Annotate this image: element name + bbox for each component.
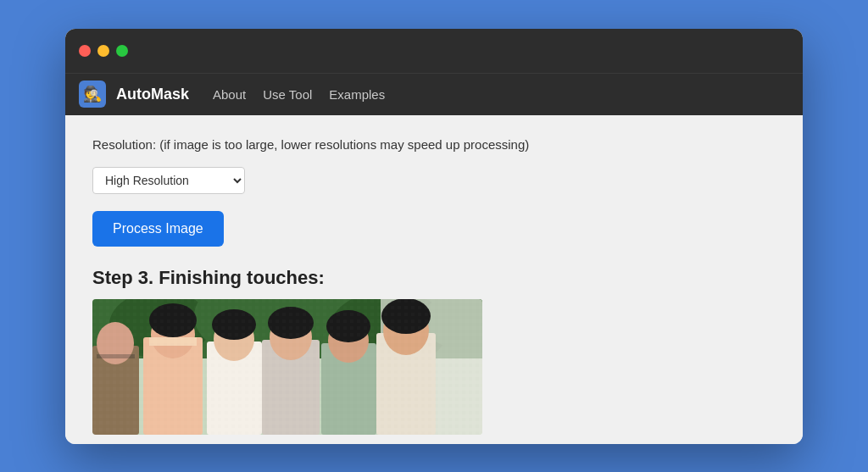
- step3-heading: Step 3. Finishing touches:: [92, 267, 776, 289]
- content-area: Resolution: (if image is too large, lowe…: [65, 115, 803, 444]
- resolution-select[interactable]: High Resolution Medium Resolution Low Re…: [92, 167, 245, 194]
- step3-section: Step 3. Finishing touches:: [92, 267, 776, 435]
- app-title: AutoMask: [116, 86, 189, 103]
- nav-link-use-tool[interactable]: Use Tool: [263, 87, 312, 102]
- minimize-button[interactable]: [97, 45, 109, 57]
- resolution-label: Resolution: (if image is too large, lowe…: [92, 136, 776, 153]
- close-button[interactable]: [79, 45, 91, 57]
- image-preview: [92, 299, 482, 435]
- window-controls: [79, 45, 128, 57]
- svg-rect-26: [92, 299, 482, 435]
- nav-link-about[interactable]: About: [213, 87, 246, 102]
- nav-link-examples[interactable]: Examples: [329, 87, 385, 102]
- resolution-select-wrapper: High Resolution Medium Resolution Low Re…: [92, 167, 776, 194]
- process-image-button[interactable]: Process Image: [92, 211, 224, 247]
- title-bar: [65, 29, 803, 73]
- browser-window: 🕵️ AutoMask About Use Tool Examples Reso…: [65, 29, 803, 444]
- nav-bar: 🕵️ AutoMask About Use Tool Examples: [65, 73, 803, 115]
- logo-icon: 🕵️: [83, 85, 102, 103]
- app-logo: 🕵️: [79, 81, 106, 108]
- maximize-button[interactable]: [116, 45, 128, 57]
- preview-svg: [92, 299, 482, 435]
- nav-links: About Use Tool Examples: [213, 87, 385, 102]
